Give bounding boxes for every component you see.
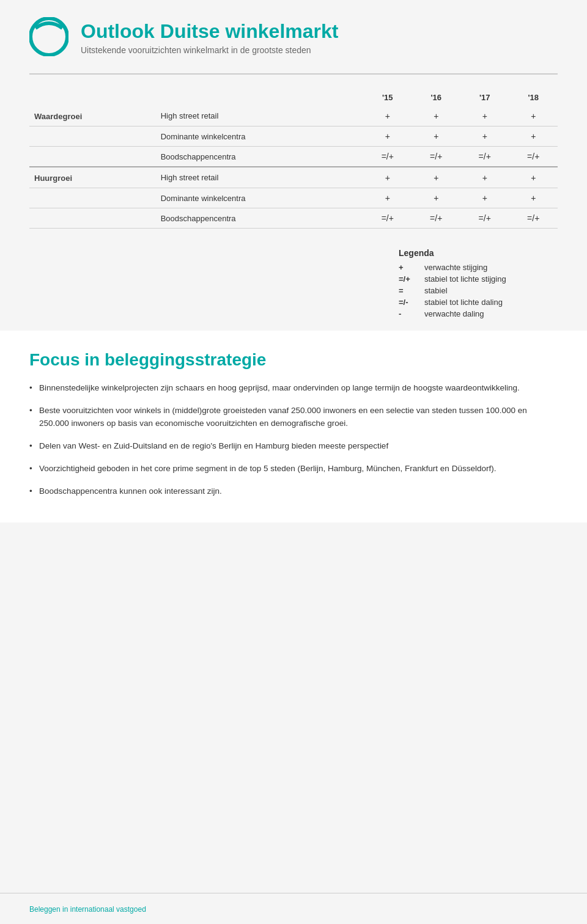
list-item: Binnenstedelijke winkelprojecten zijn sc… [29, 382, 558, 395]
focus-title: Focus in beleggingsstrategie [29, 350, 558, 370]
cell-value: =/+ [460, 208, 509, 229]
cell-value: + [412, 188, 460, 208]
legend-description: verwachte stijging [424, 263, 487, 272]
cell-value: + [460, 106, 509, 127]
group-label: Huurgroei [29, 167, 156, 188]
row-label: Boodschappencentra [156, 208, 363, 229]
page-subtitle: Uitstekende vooruitzichten winkelmarkt i… [81, 45, 558, 55]
legend-box: Legenda +verwachte stijging=/+stabiel to… [399, 248, 558, 321]
legend-item: =/+stabiel tot lichte stijging [399, 274, 558, 284]
cell-value: =/+ [363, 208, 412, 229]
col-y15: '15 [363, 89, 412, 106]
cell-value: =/+ [412, 208, 460, 229]
cell-value: + [509, 106, 558, 127]
legend-item: =stabiel [399, 286, 558, 295]
list-item: Delen van West- en Zuid-Duitsland en de … [29, 440, 558, 453]
col-group [29, 89, 156, 106]
table-header-row: '15 '16 '17 '18 [29, 89, 558, 106]
cell-value: + [460, 127, 509, 147]
list-item: Boodschappencentra kunnen ook interessan… [29, 485, 558, 498]
cell-value: + [363, 188, 412, 208]
legend-item: -verwachte daling [399, 309, 558, 318]
table-row: HuurgroeiHigh street retail++++ [29, 167, 558, 188]
list-item: Beste vooruitzichten voor winkels in (mi… [29, 405, 558, 430]
row-label: Dominante winkelcentra [156, 127, 363, 147]
cell-value: + [460, 188, 509, 208]
group-label [29, 208, 156, 229]
main-table: '15 '16 '17 '18 WaardegroeiHigh street r… [29, 89, 558, 229]
bullet-list: Binnenstedelijke winkelprojecten zijn sc… [29, 382, 558, 498]
cell-value: =/+ [509, 208, 558, 229]
header-text: Outlook Duitse winkelmarkt Uitstekende v… [81, 20, 558, 55]
group-label: Waardegroei [29, 106, 156, 127]
group-label [29, 147, 156, 167]
logo [29, 17, 68, 56]
row-label: Dominante winkelcentra [156, 188, 363, 208]
cell-value: + [363, 167, 412, 188]
table-section: '15 '16 '17 '18 WaardegroeiHigh street r… [0, 75, 587, 238]
row-label: High street retail [156, 167, 363, 188]
cell-value: + [412, 127, 460, 147]
table-body: WaardegroeiHigh street retail++++Dominan… [29, 106, 558, 229]
header: Outlook Duitse winkelmarkt Uitstekende v… [0, 0, 587, 73]
legend-item: +verwachte stijging [399, 263, 558, 272]
cell-value: + [460, 167, 509, 188]
col-category [156, 89, 363, 106]
row-label: High street retail [156, 106, 363, 127]
cell-value: + [363, 106, 412, 127]
legend-items: +verwachte stijging=/+stabiel tot lichte… [399, 263, 558, 318]
group-label [29, 127, 156, 147]
footer-text: Beleggen in internationaal vastgoed [29, 905, 146, 914]
cell-value: + [509, 167, 558, 188]
table-row: Boodschappencentra=/+=/+=/+=/+ [29, 208, 558, 229]
cell-value: + [412, 167, 460, 188]
table-row: Dominante winkelcentra++++ [29, 188, 558, 208]
cell-value: + [509, 188, 558, 208]
page-title: Outlook Duitse winkelmarkt [81, 20, 558, 43]
legend-description: verwachte daling [424, 309, 484, 318]
focus-section: Focus in beleggingsstrategie Binnenstede… [0, 331, 587, 522]
table-row: Dominante winkelcentra++++ [29, 127, 558, 147]
col-y16: '16 [412, 89, 460, 106]
cell-value: =/+ [363, 147, 412, 167]
list-item: Voorzichtigheid geboden in het core prim… [29, 463, 558, 475]
group-label [29, 188, 156, 208]
cell-value: + [412, 106, 460, 127]
legend-item: =/-stabiel tot lichte daling [399, 298, 558, 307]
footer: Beleggen in internationaal vastgoed [0, 893, 587, 924]
col-y18: '18 [509, 89, 558, 106]
row-label: Boodschappencentra [156, 147, 363, 167]
legend-symbol: - [399, 309, 417, 318]
legend-symbol: = [399, 286, 417, 295]
cell-value: =/+ [509, 147, 558, 167]
legend-description: stabiel tot lichte daling [424, 298, 503, 307]
table-row: Boodschappencentra=/+=/+=/+=/+ [29, 147, 558, 167]
legend-symbol: + [399, 263, 417, 272]
cell-value: =/+ [412, 147, 460, 167]
legend-title: Legenda [399, 248, 558, 258]
page: Outlook Duitse winkelmarkt Uitstekende v… [0, 0, 587, 924]
cell-value: + [363, 127, 412, 147]
legend-description: stabiel [424, 286, 448, 295]
legend-section: Legenda +verwachte stijging=/+stabiel to… [0, 238, 587, 331]
legend-symbol: =/+ [399, 274, 417, 284]
cell-value: =/+ [460, 147, 509, 167]
legend-symbol: =/- [399, 298, 417, 307]
legend-description: stabiel tot lichte stijging [424, 274, 506, 284]
table-row: WaardegroeiHigh street retail++++ [29, 106, 558, 127]
col-y17: '17 [460, 89, 509, 106]
cell-value: + [509, 127, 558, 147]
